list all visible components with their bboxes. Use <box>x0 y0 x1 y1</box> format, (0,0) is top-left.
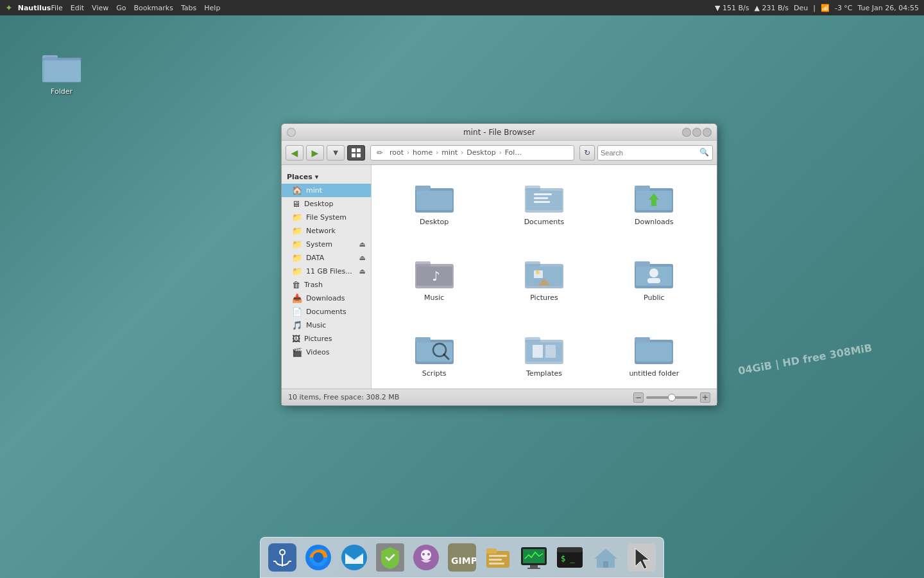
svg-rect-6 <box>357 148 361 152</box>
svg-rect-33 <box>635 261 650 267</box>
sidebar-item-data[interactable]: 📁 DATA ⏏ <box>282 251 371 265</box>
music-sidebar-icon: 🎵 <box>292 320 302 330</box>
breadcrumb-folder[interactable]: Fol... <box>503 148 524 157</box>
scripts-folder-label: Scripts <box>422 369 447 378</box>
desktop-sidebar-icon: 🖥 <box>292 199 300 209</box>
reload-button[interactable]: ↻ <box>579 145 595 161</box>
sidebar-item-desktop[interactable]: 🖥 Desktop <box>282 197 371 211</box>
mint-label: mint <box>306 186 322 195</box>
dock-gimp[interactable]: GIMP <box>445 541 479 574</box>
menu-help[interactable]: Help <box>204 4 220 12</box>
svg-rect-19 <box>635 186 650 191</box>
zoom-slider[interactable] <box>646 396 697 399</box>
window-title: mint - File Browser <box>463 128 535 137</box>
taskbar-top: ✦ Nautilus File Edit View Go Bookmarks T… <box>0 0 924 15</box>
linux-mint-logo[interactable]: ✦ <box>5 3 13 13</box>
datetime: Tue Jan 26, 04:55 <box>858 4 919 12</box>
system-icon: 📁 <box>292 240 302 249</box>
sidebar: Places ▾ 🏠 mint 🖥 Desktop 📁 File System … <box>282 165 372 389</box>
folder-public[interactable]: Public <box>602 251 706 322</box>
dock-cursor[interactable] <box>625 541 658 574</box>
window-maximize-button[interactable] <box>692 128 701 137</box>
folder-documents[interactable]: Documents <box>492 175 596 246</box>
sidebar-item-trash[interactable]: 🗑 Trash <box>282 278 371 292</box>
svg-rect-78 <box>523 549 545 563</box>
download-speed: ▼ 151 B/s <box>715 4 749 12</box>
dock-shield[interactable] <box>373 541 407 574</box>
svg-rect-36 <box>647 278 660 283</box>
menu-view[interactable]: View <box>92 4 108 12</box>
sidebar-item-videos[interactable]: 🎬 Videos <box>282 346 371 359</box>
videos-sidebar-icon: 🎬 <box>292 347 302 357</box>
folder-scripts[interactable]: Scripts <box>382 327 486 389</box>
data-eject-icon[interactable]: ⏏ <box>359 254 366 262</box>
svg-rect-49 <box>636 342 672 362</box>
window-minimize-button[interactable] <box>682 128 691 137</box>
dock-monitor[interactable] <box>517 541 551 574</box>
breadcrumb-mint[interactable]: mint <box>440 148 459 157</box>
sidebar-item-music[interactable]: 🎵 Music <box>282 319 371 332</box>
dock-thunderbird[interactable] <box>338 541 371 574</box>
sidebar-item-system[interactable]: 📁 System ⏏ <box>282 238 371 251</box>
svg-rect-48 <box>635 337 650 342</box>
dock-firefox[interactable] <box>302 541 335 574</box>
network-label: Network <box>306 227 336 235</box>
desktop-watermark: 04GiB | HD free 308MiB <box>737 342 873 377</box>
svg-rect-82 <box>557 547 583 552</box>
folder-templates[interactable]: Templates <box>492 327 596 389</box>
dock-pidgin[interactable] <box>409 541 443 574</box>
back-button[interactable]: ◀ <box>286 145 304 161</box>
separator: | <box>813 4 816 12</box>
folder-label: Folder <box>51 87 73 96</box>
menu-nautilus[interactable]: Nautilus <box>18 4 51 12</box>
breadcrumb-root[interactable]: root <box>388 148 406 157</box>
sidebar-item-documents[interactable]: 📄 Documents <box>282 305 371 319</box>
view-mode-button[interactable] <box>347 145 365 161</box>
zoom-in-button[interactable]: + <box>700 392 710 403</box>
breadcrumb-desktop[interactable]: Desktop <box>465 148 497 157</box>
zoom-out-button[interactable]: − <box>633 392 644 403</box>
system-eject-icon[interactable]: ⏏ <box>359 240 366 249</box>
sidebar-item-11gb[interactable]: 📁 11 GB Files... ⏏ <box>282 265 371 278</box>
trash-icon: 🗑 <box>292 280 300 290</box>
pictures-folder-label: Pictures <box>530 293 558 302</box>
menu-bookmarks[interactable]: Bookmarks <box>133 4 173 12</box>
downloads-folder-icon <box>633 179 674 215</box>
dock-home[interactable] <box>589 541 622 574</box>
dock-files[interactable] <box>481 541 515 574</box>
search-input[interactable] <box>601 149 699 157</box>
forward-button[interactable]: ▶ <box>306 145 324 161</box>
window-toolbar: ◀ ▶ ▼ ✏ root › home › mint › Desktop › F… <box>282 141 717 165</box>
breadcrumb-home[interactable]: home <box>411 148 434 157</box>
dock-anchor[interactable] <box>266 541 299 574</box>
mint-icon: 🏠 <box>292 186 302 195</box>
sidebar-item-downloads[interactable]: 📥 Downloads <box>282 292 371 305</box>
folder-music[interactable]: ♪ Music <box>382 251 486 322</box>
menu-file[interactable]: File <box>51 4 62 12</box>
menu-tabs[interactable]: Tabs <box>181 4 196 12</box>
sidebar-item-filesystem[interactable]: 📁 File System <box>282 211 371 224</box>
folder-untitled[interactable]: untitled folder <box>602 327 706 389</box>
sidebar-item-mint[interactable]: 🏠 mint <box>282 184 371 197</box>
folder-pictures[interactable]: Pictures <box>492 251 596 322</box>
svg-rect-13 <box>525 186 540 191</box>
menu-go[interactable]: Go <box>116 4 126 12</box>
search-icon[interactable]: 🔍 <box>699 148 710 158</box>
folder-desktop[interactable]: Desktop <box>382 175 486 246</box>
places-header[interactable]: Places ▾ <box>282 170 371 184</box>
window-close-button[interactable] <box>287 128 296 137</box>
sidebar-item-network[interactable]: 📁 Network <box>282 224 371 238</box>
dock-terminal[interactable]: $ _ <box>553 541 586 574</box>
menu-edit[interactable]: Edit <box>71 4 84 12</box>
desktop-folder-icon[interactable]: Folder <box>38 46 85 98</box>
sidebar-item-pictures[interactable]: 🖼 Pictures <box>282 332 371 346</box>
folder-downloads[interactable]: Downloads <box>602 175 706 246</box>
window-close-button-right[interactable] <box>703 128 712 137</box>
breadcrumb-edit-button[interactable]: ✏ <box>373 145 386 161</box>
filesystem-icon: 📁 <box>292 213 302 222</box>
11gb-eject-icon[interactable]: ⏏ <box>359 267 366 276</box>
data-label: DATA <box>306 254 324 262</box>
nav-dropdown-button[interactable]: ▼ <box>327 145 345 161</box>
untitled-folder-icon <box>633 331 674 367</box>
music-folder-icon: ♪ <box>414 255 455 291</box>
